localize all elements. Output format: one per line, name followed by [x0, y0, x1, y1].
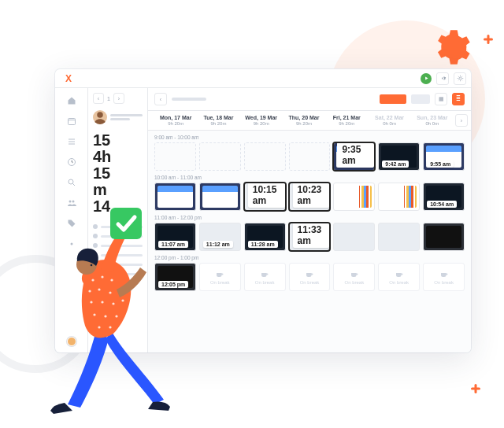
svg-point-23	[109, 326, 111, 328]
day-hours: 9h 20m	[197, 121, 239, 126]
primary-action[interactable]	[380, 94, 406, 104]
thumb-time: 10:23 am	[293, 183, 330, 208]
screenshot-thumb[interactable]	[199, 183, 241, 211]
screenshot-thumb[interactable]: 10:54 am	[423, 183, 465, 211]
users-icon[interactable]	[64, 195, 80, 211]
list-icon[interactable]	[64, 134, 80, 149]
day-hours: 0h 0m	[411, 121, 454, 126]
svg-point-19	[93, 313, 95, 315]
break-tile[interactable]: On break	[289, 263, 331, 291]
svg-point-7	[97, 112, 103, 118]
svg-point-3	[69, 179, 73, 184]
svg-rect-1	[68, 119, 75, 125]
break-tile[interactable]: On break	[244, 263, 286, 291]
screenshot-thumb	[289, 142, 331, 171]
user-summary[interactable]	[93, 110, 143, 124]
svg-point-25	[91, 264, 93, 267]
svg-point-4	[69, 201, 71, 203]
day-label: Sat, 22 Mar	[368, 115, 410, 120]
day-column[interactable]: Sat, 22 Mar0h 0m	[368, 111, 410, 130]
stats: 15 4h 15 m 14	[93, 132, 143, 215]
pager-prev[interactable]: ‹	[93, 93, 104, 104]
screenshot-thumb[interactable]: 10:15 am	[244, 183, 286, 211]
thumb-time: 10:15 am	[248, 183, 285, 208]
pager: ‹ 1 ›	[93, 93, 143, 104]
screenshot-thumb[interactable]	[333, 223, 375, 251]
pager-number: 1	[107, 96, 110, 101]
week-prev-button[interactable]: ‹	[154, 93, 167, 105]
screenshot-thumb[interactable]	[378, 183, 420, 211]
screenshot-thumb[interactable]	[423, 223, 465, 251]
screenshot-thumb	[154, 142, 196, 171]
screenshot-thumb[interactable]: 9:55 am	[423, 142, 465, 171]
thumb-time: 11:12 am	[203, 241, 233, 248]
pager-next[interactable]: ›	[113, 93, 124, 104]
date-range[interactable]	[172, 98, 206, 101]
hour-label: 10:00 am - 11:00 am	[154, 172, 465, 183]
coffee-icon	[350, 269, 359, 279]
break-tile[interactable]: On break	[199, 263, 241, 291]
break-tile[interactable]: On break	[333, 263, 375, 291]
svg-point-22	[98, 326, 100, 328]
screenshot-thumb[interactable]	[333, 183, 375, 211]
screenshot-thumb	[244, 142, 286, 171]
clock-icon[interactable]	[64, 154, 80, 170]
svg-point-5	[72, 201, 74, 203]
topbar: X	[55, 69, 471, 88]
brightness-button[interactable]	[454, 72, 466, 85]
screenshot-thumb[interactable]	[154, 183, 196, 211]
brand-mark: X	[65, 74, 72, 83]
brand-logo[interactable]: X	[63, 73, 74, 84]
home-icon[interactable]	[64, 93, 80, 109]
coffee-icon	[395, 269, 404, 279]
day-label: Wed, 19 Mar	[240, 115, 283, 120]
day-column[interactable]: Mon, 17 Mar9h 20m	[154, 111, 197, 130]
svg-point-15	[90, 301, 92, 303]
day-hours: 9h 20m	[325, 121, 368, 126]
svg-point-21	[115, 315, 117, 317]
break-label: On break	[389, 280, 409, 285]
screenshot-thumb[interactable]: 9:35 am	[333, 142, 375, 171]
play-button[interactable]	[421, 73, 432, 84]
day-hours: 9h 20m	[154, 121, 197, 126]
svg-point-9	[101, 275, 103, 278]
list-view-button[interactable]: ≣	[452, 93, 465, 105]
thumb-time: 10:54 am	[427, 201, 457, 208]
week-next-button[interactable]: ›	[455, 114, 468, 127]
hour-block: 9:00 am - 10:00 am9:35 am9:42 am9:55 am	[154, 132, 465, 171]
hour-label: 11:00 am - 12:00 pm	[154, 212, 465, 223]
svg-point-12	[98, 288, 100, 290]
hour-block: 12:00 pm - 1:00 pm12:05 pmOn breakOn bre…	[154, 253, 465, 291]
search-icon[interactable]	[64, 175, 80, 190]
day-column[interactable]: Fri, 21 Mar9h 20m	[325, 111, 368, 130]
day-column[interactable]: Sun, 23 Mar0h 0m	[411, 111, 454, 130]
coffee-icon	[439, 269, 449, 279]
svg-point-11	[88, 290, 91, 292]
screenshot-thumb[interactable]	[378, 223, 420, 251]
calendar-icon[interactable]	[64, 113, 80, 129]
user-avatar	[93, 110, 107, 124]
day-column[interactable]: Thu, 20 Mar9h 20m	[283, 111, 325, 130]
control-bar: ‹ ▦ ≣	[148, 88, 471, 110]
screenshot-thumb[interactable]: 9:42 am	[378, 142, 420, 171]
screenshot-thumb[interactable]: 11:33 am	[289, 223, 331, 251]
screenshot-thumb[interactable]: 10:23 am	[289, 183, 331, 211]
screenshot-thumb[interactable]: 11:12 am	[199, 223, 241, 251]
day-hours: 9h 20m	[283, 121, 325, 126]
break-tile[interactable]: On break	[423, 263, 465, 291]
main-area: ‹ ▦ ≣ Mon, 17 Mar9h 20mTue, 18 Mar9h 20m…	[148, 88, 471, 352]
thumb-time: 9:55 am	[427, 160, 454, 168]
coffee-icon	[260, 269, 269, 279]
hour-label: 12:00 pm - 1:00 pm	[154, 253, 465, 263]
svg-point-16	[101, 301, 103, 303]
day-column[interactable]: Wed, 19 Mar9h 20m	[240, 111, 283, 130]
break-label: On break	[434, 280, 454, 285]
day-label: Fri, 21 Mar	[325, 115, 368, 120]
grid-view-button[interactable]: ▦	[435, 93, 447, 105]
secondary-action[interactable]	[411, 94, 430, 104]
break-tile[interactable]: On break	[378, 263, 420, 291]
svg-point-0	[459, 77, 461, 79]
settings-button[interactable]	[436, 72, 449, 85]
day-column[interactable]: Tue, 18 Mar9h 20m	[197, 111, 239, 130]
screenshot-thumb[interactable]: 11:28 am	[244, 223, 286, 251]
